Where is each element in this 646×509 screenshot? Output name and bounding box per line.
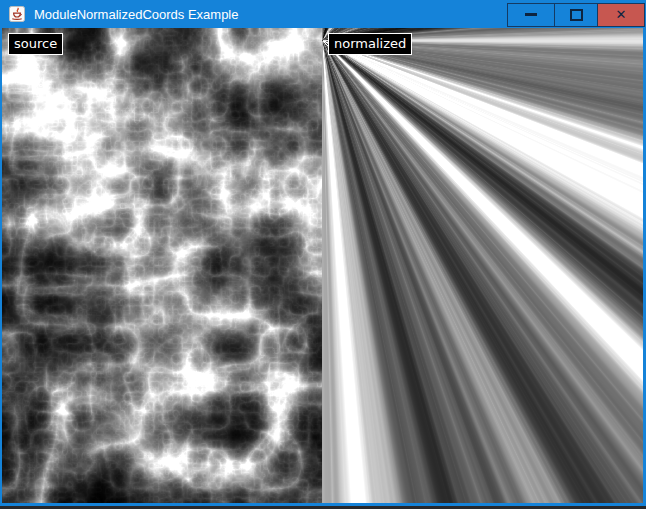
java-coffee-cup-icon xyxy=(9,6,25,22)
window-controls: ✕ xyxy=(507,3,645,27)
content-area: source normalized xyxy=(2,28,643,503)
source-panel: source xyxy=(2,28,322,503)
maximize-button[interactable] xyxy=(554,3,598,27)
minimize-button[interactable] xyxy=(507,3,555,27)
normalized-panel: normalized xyxy=(322,28,643,503)
window-title: ModuleNormalizedCoords Example xyxy=(34,7,507,22)
source-canvas xyxy=(2,28,322,503)
titlebar[interactable]: ModuleNormalizedCoords Example ✕ xyxy=(0,0,646,28)
minimize-icon xyxy=(525,13,537,16)
close-button[interactable]: ✕ xyxy=(597,3,645,27)
close-icon: ✕ xyxy=(616,8,627,21)
source-label: source xyxy=(8,33,63,55)
normalized-label: normalized xyxy=(328,33,412,55)
maximize-icon xyxy=(570,9,583,21)
app-window: ModuleNormalizedCoords Example ✕ source … xyxy=(0,0,646,509)
normalized-canvas xyxy=(322,28,643,503)
